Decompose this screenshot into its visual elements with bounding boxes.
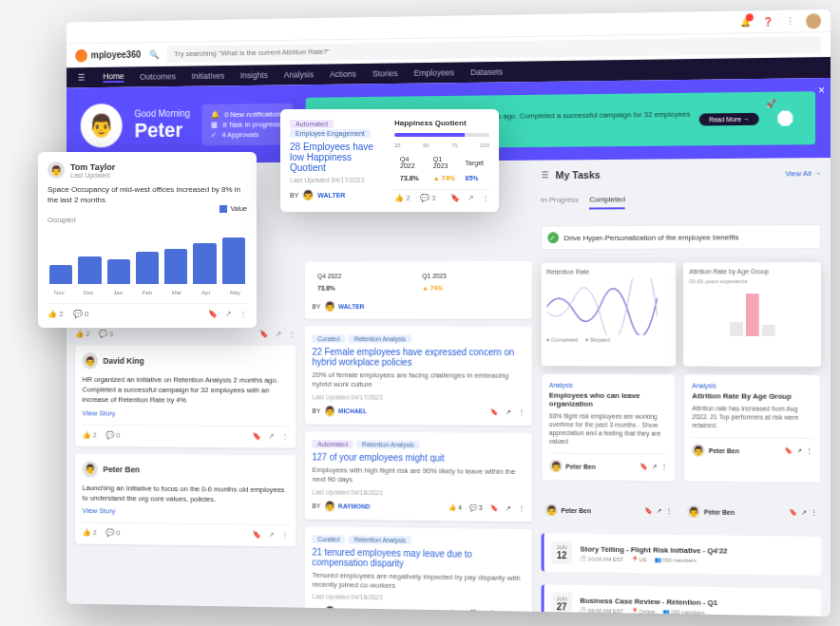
check-icon: ✓ bbox=[211, 130, 217, 139]
feed-middle: Q4 2022Q1 202373.8%▲ 74% BY 👨WALTER Cura… bbox=[305, 170, 532, 617]
share-icon[interactable]: ↗ bbox=[276, 330, 282, 338]
bookmark-icon[interactable]: 🔖 bbox=[253, 530, 261, 539]
task-icon: ▦ bbox=[211, 121, 218, 129]
author-avatar: 👨 bbox=[302, 189, 314, 200]
more-icon[interactable]: ⋮ bbox=[518, 504, 525, 512]
share-icon[interactable]: ↗ bbox=[796, 447, 802, 455]
more-icon[interactable]: ⋮ bbox=[518, 611, 525, 617]
tab-in-progress[interactable]: In Progress bbox=[541, 196, 578, 210]
share-icon[interactable]: ↗ bbox=[652, 464, 658, 471]
hamburger-icon[interactable]: ☰ bbox=[75, 71, 87, 85]
more-icon[interactable]: ⋮ bbox=[239, 310, 247, 318]
tab-completed[interactable]: Completed bbox=[589, 195, 625, 209]
hero-avatar: 👨 bbox=[81, 104, 123, 148]
view-story-link[interactable]: View Story bbox=[83, 408, 116, 417]
bookmark-icon[interactable]: 🔖 bbox=[489, 408, 498, 416]
more-icon[interactable]: ⋮ bbox=[666, 507, 673, 515]
event-card[interactable]: JUN12 Story Telling - Flight Risk Initia… bbox=[541, 534, 821, 577]
nav-initiatives[interactable]: Initiatives bbox=[192, 71, 225, 81]
tag: Retention Analysis bbox=[356, 440, 419, 448]
analysis-card: Analysis Attrition Rate By Age Group Att… bbox=[683, 373, 821, 484]
like-action[interactable]: 👍 2 bbox=[83, 528, 97, 537]
author-avatar: 👨 bbox=[544, 503, 557, 517]
share-icon[interactable]: ↗ bbox=[269, 432, 276, 441]
insight-title[interactable]: 22 Female employees have expressed conce… bbox=[312, 347, 524, 368]
comment-action[interactable]: 💬 0 bbox=[105, 430, 120, 439]
comment-action[interactable]: 💬 0 bbox=[105, 528, 120, 537]
comment-action[interactable]: 💬 3 bbox=[99, 330, 113, 338]
tag: Automated bbox=[312, 440, 353, 448]
nav-outcomes[interactable]: Outcomes bbox=[140, 72, 176, 82]
more-icon[interactable]: ⋮ bbox=[282, 531, 289, 540]
nav-analysis[interactable]: Analysis bbox=[284, 70, 314, 80]
like-action[interactable]: 👍 2 bbox=[75, 330, 89, 338]
menu-dots-icon[interactable]: ⋮ bbox=[783, 14, 796, 28]
nav-stories[interactable]: Stories bbox=[372, 68, 398, 78]
tasks-header: ☰ My Tasks View All → bbox=[541, 167, 821, 180]
nav-home[interactable]: Home bbox=[103, 71, 124, 83]
bookmark-icon[interactable]: 🔖 bbox=[784, 447, 792, 455]
like-action[interactable]: 👍 4 bbox=[449, 503, 462, 511]
author-avatar: 👨 bbox=[692, 444, 705, 457]
read-more-button[interactable]: Read More → bbox=[699, 112, 759, 125]
tag: Curated bbox=[312, 334, 345, 343]
bookmark-icon[interactable]: 🔖 bbox=[489, 504, 498, 512]
author-avatar: 👨 bbox=[324, 605, 334, 617]
comment-action[interactable]: 💬 0 bbox=[73, 310, 89, 318]
bookmark-icon[interactable]: 🔖 bbox=[644, 507, 653, 515]
share-icon[interactable]: ↗ bbox=[468, 194, 474, 202]
comment-action[interactable]: 💬 3 bbox=[469, 503, 483, 511]
event-date: JUN27 bbox=[551, 593, 573, 617]
bookmark-icon[interactable]: 🔖 bbox=[450, 194, 460, 202]
nav-actions[interactable]: Actions bbox=[330, 69, 356, 79]
share-icon[interactable]: ↗ bbox=[657, 507, 662, 515]
nav-datasets[interactable]: Datasets bbox=[470, 67, 503, 77]
view-story-link[interactable]: View Story bbox=[83, 506, 116, 515]
more-icon[interactable]: ⋮ bbox=[482, 194, 489, 202]
like-action[interactable]: 👍 2 bbox=[83, 430, 97, 439]
more-icon[interactable]: ⋮ bbox=[518, 408, 525, 416]
share-icon[interactable]: ↗ bbox=[225, 310, 232, 318]
insight-title[interactable]: 127 of your employees might quit bbox=[312, 451, 524, 464]
task-tabs: In Progress Completed bbox=[541, 194, 821, 211]
task-item[interactable]: ✓ Drive Hyper-Personalization of the emp… bbox=[541, 224, 821, 250]
bookmark-icon[interactable]: 🔖 bbox=[789, 509, 797, 517]
like-action[interactable]: 👍 2 bbox=[394, 194, 410, 202]
bell-icon[interactable]: 🔔 bbox=[738, 15, 752, 28]
progress-bar bbox=[394, 133, 489, 137]
share-icon[interactable]: ↗ bbox=[269, 531, 276, 540]
more-icon[interactable]: ⋮ bbox=[811, 509, 817, 517]
share-icon[interactable]: ↗ bbox=[506, 504, 511, 512]
author-avatar: 👨 bbox=[687, 505, 700, 519]
bookmark-icon[interactable]: 🔖 bbox=[640, 464, 649, 471]
comment-action[interactable]: 💬 3 bbox=[469, 610, 483, 617]
logo-icon bbox=[75, 48, 87, 62]
bookmark-icon[interactable]: 🔖 bbox=[259, 330, 268, 338]
bell-small-icon: 🔔 bbox=[211, 110, 220, 119]
more-icon[interactable]: ⋮ bbox=[282, 432, 289, 441]
insight-title[interactable]: 21 tenured employees may leave due to co… bbox=[312, 546, 524, 570]
share-icon[interactable]: ↗ bbox=[801, 509, 807, 517]
more-icon[interactable]: ⋮ bbox=[289, 330, 296, 338]
share-icon[interactable]: ↗ bbox=[506, 611, 511, 617]
insight-title[interactable]: 28 Employees have low Happiness Quotient bbox=[290, 142, 385, 173]
tasks-icon: ☰ bbox=[541, 170, 548, 180]
bookmark-icon[interactable]: 🔖 bbox=[489, 610, 498, 617]
nav-employees[interactable]: Employees bbox=[413, 67, 453, 77]
bookmark-icon[interactable]: 🔖 bbox=[253, 431, 261, 440]
view-all-link[interactable]: View All → bbox=[785, 169, 821, 178]
event-card[interactable]: JUN27 Business Case Review - Retention -… bbox=[541, 585, 821, 617]
bookmark-icon[interactable]: 🔖 bbox=[208, 310, 218, 318]
like-action[interactable]: 👍 2 bbox=[449, 610, 462, 617]
more-icon[interactable]: ⋮ bbox=[806, 447, 812, 455]
share-icon[interactable]: ↗ bbox=[506, 408, 511, 416]
like-action[interactable]: 👍 2 bbox=[48, 310, 64, 318]
close-banner-icon[interactable]: × bbox=[818, 84, 825, 97]
user-avatar[interactable] bbox=[806, 13, 821, 28]
more-icon[interactable]: ⋮ bbox=[661, 464, 668, 471]
nav-insights[interactable]: Insights bbox=[240, 70, 268, 80]
help-icon[interactable]: ❓ bbox=[761, 14, 774, 28]
comment-action[interactable]: 💬 3 bbox=[420, 194, 436, 202]
logo[interactable]: mployee360 bbox=[75, 48, 141, 62]
chart-x-labels: NovDecJanFebMarAprMay bbox=[48, 290, 247, 295]
